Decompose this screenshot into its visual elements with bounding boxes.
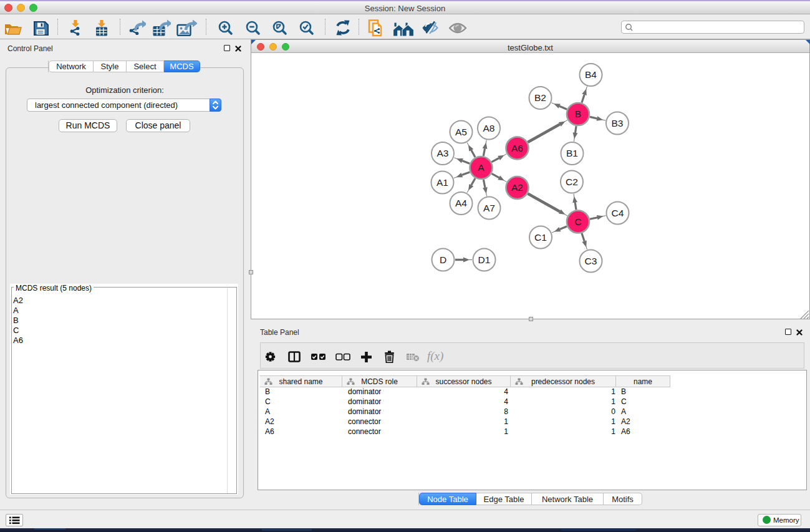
svg-text:A8: A8 xyxy=(483,123,495,133)
svg-text:A6: A6 xyxy=(511,143,523,153)
svg-text:A: A xyxy=(478,162,485,173)
svg-text:C2: C2 xyxy=(566,177,578,187)
svg-text:A2: A2 xyxy=(511,182,523,193)
svg-text:A7: A7 xyxy=(483,203,495,213)
svg-text:A1: A1 xyxy=(436,177,448,188)
svg-text:B4: B4 xyxy=(585,69,597,80)
svg-text:C3: C3 xyxy=(585,256,597,266)
svg-text:D: D xyxy=(440,254,446,265)
svg-text:B2: B2 xyxy=(534,92,546,103)
svg-text:C4: C4 xyxy=(612,208,624,218)
svg-text:C1: C1 xyxy=(534,232,547,243)
svg-text:B: B xyxy=(575,109,581,119)
svg-text:A4: A4 xyxy=(455,198,467,208)
svg-text:A3: A3 xyxy=(437,148,449,158)
svg-text:B3: B3 xyxy=(612,118,624,128)
svg-text:A5: A5 xyxy=(455,127,467,137)
svg-text:C: C xyxy=(574,216,581,227)
svg-text:D1: D1 xyxy=(478,254,491,265)
svg-text:B1: B1 xyxy=(566,148,578,158)
